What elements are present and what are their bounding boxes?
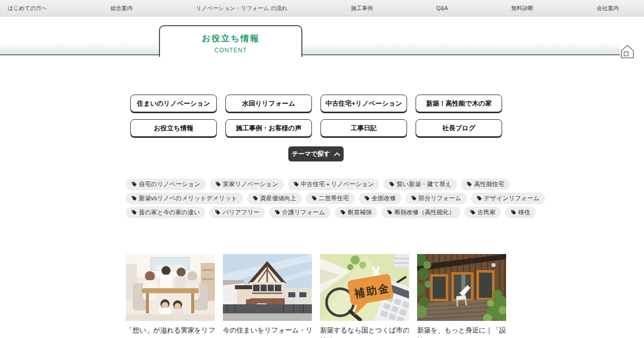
tag-label: 資産価値向上: [260, 194, 296, 203]
tag-icon: [511, 210, 516, 215]
tag-label: 全面改修: [372, 194, 396, 203]
tag-icon: [364, 196, 370, 201]
tag-row-3: 昔の家と今の家の違い バリアフリー 介護リフォーム 耐震補強 断熱改修（高性能化…: [126, 207, 488, 218]
article-title[interactable]: 「想い」が溢れる実家をリフ ォ: [126, 325, 215, 338]
tag-label: 部分リフォーム: [419, 194, 461, 203]
tag-smart-newbuild[interactable]: 賢い新築・建て替え: [383, 179, 457, 190]
article-title[interactable]: 新築するなら国とつくば市の 補助: [320, 325, 409, 338]
article-card-subsidy[interactable]: ¥ 補助金: [320, 254, 409, 338]
tag-row-1: 自宅のリノベーション 実家リノベーション 中古住宅＋リノベーション 賢い新築・建…: [126, 179, 488, 190]
house-outline-icon: [620, 44, 635, 59]
tag-label: 昔の家と今の家の違い: [139, 208, 200, 217]
tag-label: 耐震補強: [348, 208, 372, 217]
tag-migration[interactable]: 移住: [505, 207, 536, 218]
tag-full-renovation[interactable]: 全面改修: [359, 193, 401, 204]
tag-icon: [131, 210, 137, 215]
tag-high-performance-house[interactable]: 高性能住宅: [461, 179, 510, 190]
tag-own-home-renovation[interactable]: 自宅のリノベーション: [126, 179, 206, 190]
article-title-line2: 計: [417, 336, 506, 338]
tag-label: バリアフリー: [222, 208, 259, 217]
nav-item-free-diagnosis[interactable]: 無料診断: [511, 5, 533, 12]
search-by-theme-button[interactable]: テーマで探す: [288, 146, 344, 161]
tag-parents-home-renovation[interactable]: 実家リノベーション: [210, 179, 284, 190]
tag-cloud: 自宅のリノベーション 実家リノベーション 中古住宅＋リノベーション 賢い新築・建…: [126, 179, 488, 221]
tag-label: 実家リノベーション: [223, 180, 278, 189]
tag-label: デザインリフォーム: [484, 194, 539, 203]
article-card-family-renovation[interactable]: 「想い」が溢れる実家をリフ ォ: [126, 254, 215, 338]
tag-two-family-house[interactable]: 二世帯住宅: [306, 193, 355, 204]
category-useful-info[interactable]: お役立ち情報: [130, 119, 217, 137]
tag-label: 自宅のリノベーション: [139, 180, 200, 189]
tag-icon: [340, 210, 346, 215]
tag-old-folk-house[interactable]: 古民家: [464, 207, 501, 218]
tab-title: お役立ち情報: [160, 33, 301, 44]
article-image-house-exterior: [223, 254, 312, 321]
article-image-wooden-house: [417, 254, 506, 321]
article-card-reform-current-home[interactable]: 今の住まいをリフォーム・リ ノ: [223, 254, 312, 338]
article-title[interactable]: 新築を、もっと身近に｜「設 計: [417, 325, 506, 338]
nav-item-renovation-flow[interactable]: リノベーション・リフォーム の流れ: [196, 5, 287, 12]
article-title-line1: 新築を、もっと身近に｜「設: [417, 325, 506, 336]
category-button-grid: 住まいのリノベーション 水回りリフォーム 中古住宅+リノベーション 新築！高性能…: [130, 95, 502, 137]
category-water-reform[interactable]: 水回りリフォーム: [225, 95, 312, 112]
tag-icon: [275, 210, 280, 215]
tab-useful-content[interactable]: お役立ち情報 CONTENT: [159, 25, 302, 57]
tag-icon: [411, 196, 417, 201]
article-card-new-build-design[interactable]: 新築を、もっと身近に｜「設 計: [417, 254, 506, 338]
tag-old-vs-new-houses[interactable]: 昔の家と今の家の違い: [126, 207, 205, 218]
tag-newbuild-vs-renovation[interactable]: 新築vsリノベのメリットデメリット: [126, 193, 243, 204]
tag-row-2: 新築vsリノベのメリットデメリット 資産価値向上 二世帯住宅 全面改修 部分リフ…: [126, 193, 488, 204]
tag-nursing-reform[interactable]: 介護リフォーム: [269, 207, 331, 218]
category-construction-diary[interactable]: 工事日記: [320, 119, 407, 137]
tag-icon: [215, 182, 221, 187]
category-home-renovation[interactable]: 住まいのリノベーション: [130, 95, 217, 112]
tag-label: 中古住宅＋リノベーション: [301, 180, 374, 189]
tag-barrier-free[interactable]: バリアフリー: [209, 207, 265, 218]
home-icon[interactable]: [620, 44, 635, 59]
tab-subtitle: CONTENT: [160, 47, 301, 54]
nav-item-company[interactable]: 会社案内: [597, 5, 619, 12]
tag-label: 高性能住宅: [474, 180, 504, 189]
tag-partial-reform[interactable]: 部分リフォーム: [406, 193, 467, 204]
article-title-line2: ォ: [126, 336, 215, 338]
tag-label: 古民家: [477, 208, 496, 217]
top-navbar: はじめての方へ 総合案内 リノベーション・リフォーム の流れ 施工事例 Q&A …: [0, 0, 644, 17]
article-title-line1: 新築するなら国とつくば市の: [320, 325, 409, 336]
search-by-theme-label: テーマで探す: [292, 150, 330, 158]
tag-label: 新築vsリノベのメリットデメリット: [139, 194, 237, 203]
category-president-blog[interactable]: 社長ブログ: [416, 119, 502, 137]
chevron-up-icon: [334, 152, 340, 156]
tag-icon: [389, 182, 394, 187]
tag-label: 二世帯住宅: [319, 194, 349, 203]
article-title-line2: ノ: [223, 336, 312, 338]
tag-icon: [470, 210, 475, 215]
tag-design-reform[interactable]: デザインリフォーム: [471, 193, 545, 204]
tag-icon: [293, 182, 299, 187]
tag-icon: [131, 182, 137, 187]
tag-icon: [387, 210, 392, 215]
tag-label: 断熱改修（高性能化）: [394, 208, 455, 217]
tag-icon: [215, 210, 220, 215]
tag-label: 介護リフォーム: [282, 208, 325, 217]
nav-item-general-info[interactable]: 総合案内: [110, 5, 132, 12]
tag-icon: [311, 196, 317, 201]
category-works-voice[interactable]: 施工事例・お客様の声: [225, 119, 312, 137]
tag-label: 賢い新築・建て替え: [396, 180, 451, 189]
tag-used-house-renovation[interactable]: 中古住宅＋リノベーション: [288, 179, 380, 190]
nav-item-first-time[interactable]: はじめての方へ: [8, 5, 47, 12]
tag-label: 移住: [518, 208, 530, 217]
category-new-wood-house[interactable]: 新築！高性能で木の家: [416, 95, 502, 112]
tag-icon: [253, 196, 258, 201]
category-used-house-renovation[interactable]: 中古住宅+リノベーション: [320, 95, 407, 112]
nav-item-qa[interactable]: Q&A: [436, 5, 448, 11]
tag-icon: [466, 182, 472, 187]
article-title-line1: 今の住まいをリフォーム・リ: [223, 325, 312, 336]
tag-insulation-upgrade[interactable]: 断熱改修（高性能化）: [381, 207, 460, 218]
nav-item-works[interactable]: 施工事例: [351, 5, 373, 12]
article-title-line2: 補助: [320, 336, 409, 338]
article-title[interactable]: 今の住まいをリフォーム・リ ノ: [223, 325, 312, 338]
tag-earthquake-reinforcement[interactable]: 耐震補強: [335, 207, 377, 218]
tag-icon: [476, 196, 482, 201]
tag-asset-value[interactable]: 資産価値向上: [247, 193, 302, 204]
article-image-family-dining: [126, 254, 215, 321]
